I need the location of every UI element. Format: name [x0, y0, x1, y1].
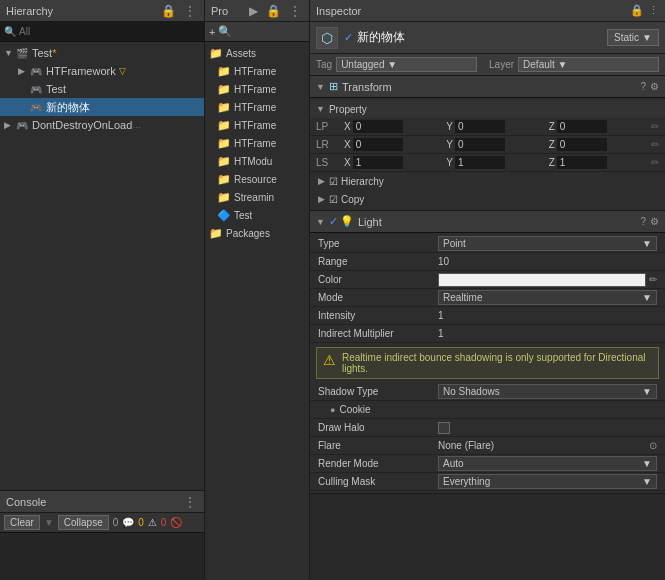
object-enable-checkmark[interactable]: ✓ [344, 31, 353, 44]
project-item-streamin[interactable]: 📁 Streamin [205, 188, 309, 206]
inspector-more-icon[interactable]: ⋮ [648, 4, 659, 17]
object-header: ⬡ ✓ 新的物体 Static ▼ [310, 22, 665, 54]
lr-x-input[interactable] [353, 138, 403, 151]
lp-x-input[interactable] [353, 120, 403, 133]
light-shadow-arrow: ▼ [642, 386, 652, 397]
hierarchy-search-input[interactable] [19, 26, 200, 37]
copy-sub-section[interactable]: ▶ ☑ Copy [310, 190, 665, 208]
ls-z-input[interactable] [557, 156, 607, 169]
collapse-button[interactable]: Collapse [58, 515, 109, 530]
light-range-value: 10 [438, 256, 657, 267]
project-item-resource[interactable]: 📁 Resource [205, 170, 309, 188]
lp-y-input[interactable] [455, 120, 505, 133]
tag-dropdown[interactable]: Untagged ▼ [336, 57, 477, 72]
static-button[interactable]: Static ▼ [607, 29, 659, 46]
lp-xyz: X Y Z [344, 120, 651, 133]
light-render-dropdown[interactable]: Auto ▼ [438, 456, 657, 471]
inspector-lock-icon[interactable]: 🔒 [630, 4, 644, 17]
tree-label-scene: Test* [32, 47, 56, 59]
light-color-pick-icon[interactable]: ✏ [649, 274, 657, 285]
project-item-assets[interactable]: 📁 Assets [205, 44, 309, 62]
light-help-icon[interactable]: ? [640, 216, 646, 227]
project-item-test-file[interactable]: 🔷 Test [205, 206, 309, 224]
project-item-htframe1[interactable]: 📁 HTFrame [205, 62, 309, 80]
light-halo-checkbox[interactable] [438, 422, 450, 434]
copy-sub-label: Copy [341, 194, 364, 205]
object-preview-icon: ⬡ [316, 27, 338, 49]
light-color-swatch[interactable] [438, 273, 646, 287]
project-lock-icon[interactable]: 🔒 [264, 4, 283, 18]
transform-name: Transform [342, 81, 641, 93]
project-item-htframe4[interactable]: 📁 HTFrame [205, 116, 309, 134]
folder-icon-htframe2: 📁 [217, 83, 231, 96]
search-project-icon[interactable]: 🔍 [218, 25, 232, 38]
light-component: ▼ ✓ 💡 Light ? ⚙ Type Point [310, 211, 665, 494]
hierarchy-sub-icon: ☑ [329, 176, 338, 187]
light-shadow-value: No Shadows [443, 386, 500, 397]
ls-x-input[interactable] [353, 156, 403, 169]
transform-settings-icon[interactable]: ⚙ [650, 81, 659, 92]
lp-y-item: Y [446, 120, 548, 133]
hierarchy-sub-section[interactable]: ▶ ☑ Hierarchy [310, 172, 665, 190]
project-item-packages[interactable]: 📁 Packages [205, 224, 309, 242]
project-item-htmodu[interactable]: 📁 HTModu [205, 152, 309, 170]
light-settings-icon[interactable]: ⚙ [650, 216, 659, 227]
project-item-htframe5[interactable]: 📁 HTFrame [205, 134, 309, 152]
lr-edit-icon[interactable]: ✏ [651, 139, 659, 150]
clear-button[interactable]: Clear [4, 515, 40, 530]
ls-y-input[interactable] [455, 156, 505, 169]
project-label-packages: Packages [226, 228, 270, 239]
hierarchy-more-icon[interactable]: ⋮ [182, 4, 198, 18]
console-more-icon[interactable]: ⋮ [182, 495, 198, 509]
folder-icon-streamin: 📁 [217, 191, 231, 204]
lr-z-input[interactable] [557, 138, 607, 151]
project-more-icon[interactable]: ⋮ [287, 4, 303, 18]
tree-item-test[interactable]: ▶ 🎮 Test [0, 80, 204, 98]
light-mode-dropdown[interactable]: Realtime ▼ [438, 290, 657, 305]
light-mode-value: Realtime [443, 292, 482, 303]
light-shadow-dropdown[interactable]: No Shadows ▼ [438, 384, 657, 399]
project-title: Pro [211, 5, 243, 17]
static-arrow: ▼ [642, 32, 652, 43]
ls-xyz: X Y Z [344, 156, 651, 169]
ls-y-item: Y [446, 156, 548, 169]
project-label-htframe2: HTFrame [234, 84, 276, 95]
lr-y-input[interactable] [455, 138, 505, 151]
light-type-row: Type Point ▼ [310, 235, 665, 253]
light-culling-dropdown[interactable]: Everything ▼ [438, 474, 657, 489]
project-label-htframe1: HTFrame [234, 66, 276, 77]
transform-header[interactable]: ▼ ⊞ Transform ? ⚙ [310, 76, 665, 98]
tree-item-new-object[interactable]: ▶ 🎮 新的物体 [0, 98, 204, 116]
light-header[interactable]: ▼ ✓ 💡 Light ? ⚙ [310, 211, 665, 233]
project-item-htframe2[interactable]: 📁 HTFrame [205, 80, 309, 98]
light-type-dropdown[interactable]: Point ▼ [438, 236, 657, 251]
light-enable-check[interactable]: ✓ [329, 215, 338, 228]
folder-icon-htframe5: 📁 [217, 137, 231, 150]
property-section[interactable]: ▼ Property [310, 100, 665, 118]
tree-item-dontdestroy[interactable]: ▶ 🎮 DontDestroyOnLoad … [0, 116, 204, 134]
layer-dropdown[interactable]: Default ▼ [518, 57, 659, 72]
project-item-htframe3[interactable]: 📁 HTFrame [205, 98, 309, 116]
project-play-icon[interactable]: ▶ [247, 4, 260, 18]
gameobj-icon-dontdestroy: 🎮 [16, 120, 30, 131]
tree-item-scene[interactable]: ▼ 🎬 Test* [0, 44, 204, 62]
light-mode-arrow: ▼ [642, 292, 652, 303]
ls-z-axis: Z [549, 157, 555, 168]
light-range-row: Range 10 [310, 253, 665, 271]
hierarchy-lock-icon[interactable]: 🔒 [159, 4, 178, 18]
light-flare-pick-icon[interactable]: ⊙ [649, 440, 657, 451]
transform-icon: ⊞ [329, 80, 338, 93]
ls-edit-icon[interactable]: ✏ [651, 157, 659, 168]
light-intensity-label: Intensity [318, 310, 438, 321]
light-type-label: Type [318, 238, 438, 249]
lr-y-axis: Y [446, 139, 453, 150]
tag-layer-row: Tag Untagged ▼ Layer Default ▼ [310, 54, 665, 76]
lp-z-input[interactable] [557, 120, 607, 133]
transform-help-icon[interactable]: ? [640, 81, 646, 92]
lp-edit-icon[interactable]: ✏ [651, 121, 659, 132]
light-type-value: Point [443, 238, 466, 249]
tree-item-htframework[interactable]: ▶ 🎮 HTFramework ▽ [0, 62, 204, 80]
ls-label: LS [316, 157, 344, 168]
add-folder-icon[interactable]: + [209, 26, 215, 38]
hierarchy-sub-label: Hierarchy [341, 176, 384, 187]
